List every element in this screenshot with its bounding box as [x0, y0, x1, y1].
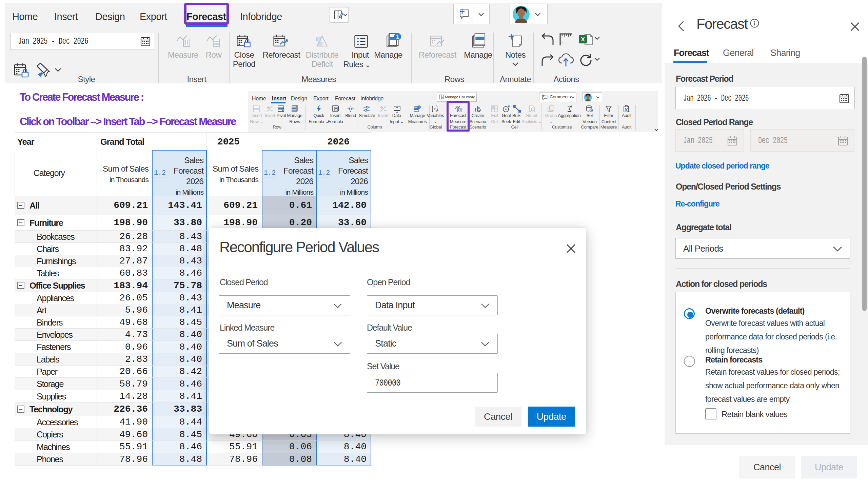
svg-text:1: 1	[396, 34, 399, 40]
svg-text:X: X	[581, 36, 585, 43]
svg-text:x: x	[434, 107, 436, 111]
